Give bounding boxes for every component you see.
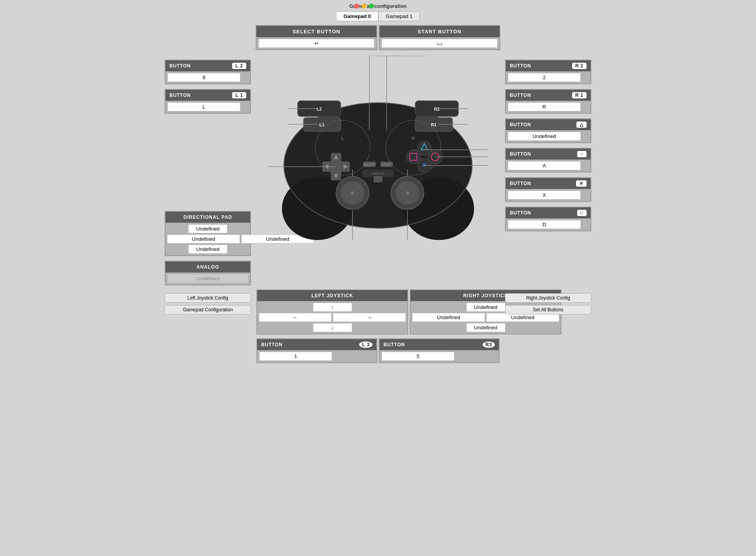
dpad-panel: DIRECTIONAL PAD [165,211,251,256]
select-button-panel: SELECT BUTTON [256,25,377,50]
r1-label: BUTTON [510,93,531,98]
analog-label: ANALOG [165,262,250,273]
start-button-label: START BUTTON [380,26,500,37]
circle-panel: BUTTON ○ [505,148,591,173]
cross-badge: ✕ [576,180,587,187]
svg-text:L: L [342,136,344,141]
l2-value[interactable] [167,73,240,82]
dpad-label: DIRECTIONAL PAD [165,212,250,223]
svg-text:SELECT: SELECT [363,163,375,166]
analog-panel: ANALOG [165,261,251,285]
square-label: BUTTON [510,210,531,216]
left-joystick-left[interactable] [259,313,332,322]
triangle-badge: △ [576,122,587,128]
r2-badge: R 2 [572,63,587,69]
svg-rect-28 [374,176,382,182]
dpad-up[interactable] [188,224,227,233]
cross-value[interactable] [508,191,581,200]
r2-label: BUTTON [510,63,531,69]
svg-text:R: R [412,136,415,141]
svg-text:R1: R1 [431,122,436,127]
r3-label: BUTTON [383,342,405,347]
l3-badge: L 3 [359,342,373,348]
left-joystick-config-button[interactable]: Left Joystick Config [165,293,251,303]
titlebar: GamePad configuration [349,0,407,11]
set-all-buttons-button[interactable]: Set All Buttons [505,305,591,314]
minimize-button[interactable] [362,4,367,9]
l1-value[interactable] [167,102,240,111]
tab-gamepad0[interactable]: Gamepad 0 [336,11,378,21]
l2-panel: BUTTON L 2 [165,60,251,84]
maximize-button[interactable] [369,4,374,9]
svg-point-39 [351,191,354,194]
right-joystick-config-button[interactable]: Right Joystick Config [505,293,591,303]
svg-point-43 [406,191,409,194]
l1-badge: L 1 [232,92,246,98]
start-button-panel: START BUTTON [379,25,500,50]
r3-badge: R3 [483,342,495,348]
tab-row: Gamepad 0 Gamepad 1 [336,11,420,21]
svg-text:ANALOG: ANALOG [371,172,384,175]
r1-badge: R 1 [572,92,587,98]
dpad-down[interactable] [188,245,227,254]
svg-text:START: START [382,163,392,166]
l1-panel: BUTTON L 1 [165,89,251,114]
l3-value[interactable] [259,352,332,361]
r2-value[interactable] [508,73,581,82]
left-joystick-right[interactable] [333,313,406,322]
svg-text:×: × [422,161,427,169]
select-button-label: SELECT BUTTON [256,26,376,37]
right-joystick-down[interactable] [466,323,505,332]
r1-panel: BUTTON R 1 [505,89,591,114]
cross-label: BUTTON [510,181,531,186]
tab-gamepad1[interactable]: Gamepad 1 [378,11,420,21]
cross-panel: BUTTON ✕ [505,177,591,202]
window-controls[interactable] [354,4,374,9]
left-joystick-down[interactable] [313,323,352,332]
r3-value[interactable] [382,352,454,361]
l2-label: BUTTON [169,63,191,69]
circle-value[interactable] [508,161,581,170]
l3-panel: BUTTON L 3 [256,338,377,363]
svg-text:L1: L1 [320,122,325,127]
triangle-panel: BUTTON △ [505,118,591,143]
l3-label: BUTTON [261,342,283,347]
circle-badge: ○ [577,151,587,157]
l2-badge: L 2 [232,63,246,69]
gamepad-configuration-button[interactable]: Gamepad Configuration [165,305,251,314]
square-badge: □ [577,210,587,216]
right-joystick-up[interactable] [466,303,505,312]
right-joystick-left[interactable] [412,313,485,322]
left-joystick-up[interactable] [313,303,352,312]
r1-value[interactable] [508,102,581,111]
left-joystick-label: LEFT JOYSTICK [257,290,407,301]
close-button[interactable] [354,4,359,9]
circle-label: BUTTON [510,151,531,157]
svg-text:L2: L2 [317,107,322,111]
l1-label: BUTTON [169,93,191,98]
triangle-value[interactable] [508,132,581,141]
square-panel: BUTTON □ [505,207,591,231]
r2-panel: BUTTON R 2 [505,60,591,84]
dpad-left[interactable] [167,234,240,243]
start-button-value[interactable] [382,39,498,48]
controller-graphic: L2 L1 R2 R1 L R [256,56,500,245]
left-joystick-panel: LEFT JOYSTICK [256,289,408,334]
triangle-label: BUTTON [510,122,531,127]
svg-text:R2: R2 [434,107,440,111]
analog-value[interactable] [167,274,248,283]
select-button-value[interactable] [258,39,374,48]
square-value[interactable] [508,220,581,229]
r3-panel: BUTTON R3 [379,338,500,363]
